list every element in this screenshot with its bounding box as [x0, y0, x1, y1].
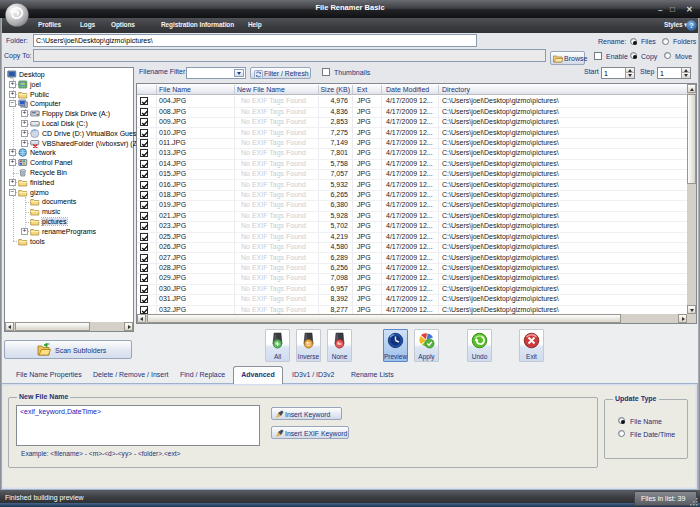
svg-text:?: ? [689, 21, 694, 30]
